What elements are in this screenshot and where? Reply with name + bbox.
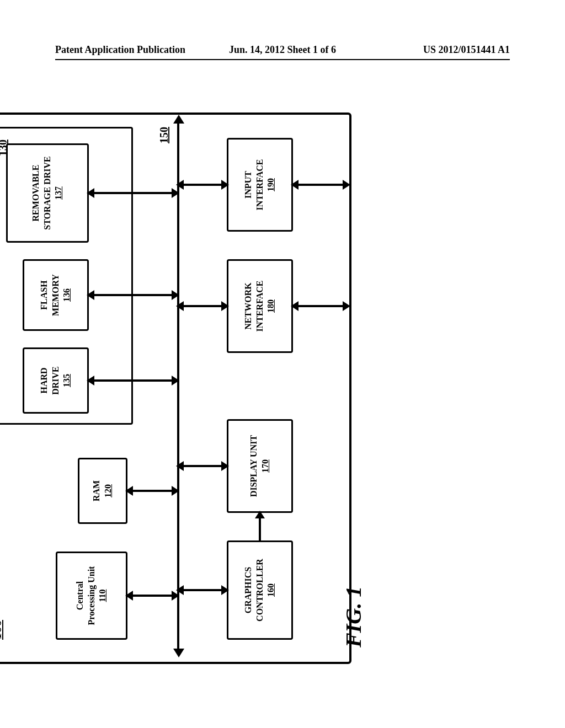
system-ref: 100: [0, 620, 4, 640]
arrow-down-icon: [221, 180, 229, 190]
hdd-label: HARDDRIVE: [39, 366, 62, 395]
arrow-down-icon: [221, 585, 229, 595]
arrow-up-icon: [291, 301, 299, 311]
arrow-down-icon: [221, 301, 229, 311]
arrow-up-icon: [176, 461, 184, 471]
flash-memory-block: FLASHMEMORY 136: [23, 259, 89, 331]
arrow-up-icon: [87, 376, 94, 386]
ram-label: RAM: [91, 480, 103, 501]
flash-ref: 136: [61, 288, 73, 302]
network-interface-block: NETWORKINTERFACE 180: [227, 259, 293, 353]
connector: [293, 184, 348, 186]
page: Patent Application Publication Jun. 14, …: [0, 0, 565, 728]
gfx-ref: 160: [265, 584, 277, 597]
disp-ref: 170: [260, 459, 271, 473]
cpu-ref: 110: [97, 589, 109, 602]
arrow-up-icon: [176, 180, 184, 190]
bus-ref: 150: [158, 127, 170, 143]
display-unit-block: DISPLAY UNIT 170: [227, 419, 293, 513]
arrow-down-icon: [343, 301, 350, 311]
removable-storage-drive-block: REMOVABLESTORAGE DRIVE 137: [6, 143, 89, 243]
arrow-up-icon: [125, 591, 133, 601]
arrow-down-icon: [172, 486, 179, 496]
figure-area: REMOVABLE STORAGE UNIT 140 100 130 Centr…: [0, 212, 511, 664]
hdd-ref: 135: [61, 374, 73, 387]
graphics-controller-block: GRAPHICSCONTROLLER 160: [227, 540, 293, 640]
connector: [89, 379, 177, 382]
disp-label: DISPLAY UNIT: [248, 435, 260, 497]
page-header: Patent Application Publication Jun. 14, …: [55, 44, 510, 60]
connector: [179, 589, 227, 591]
ram-ref: 120: [103, 484, 114, 497]
arrow-down-icon: [343, 180, 350, 190]
connector: [89, 294, 177, 296]
arrow-up-icon: [125, 486, 133, 496]
arrow-right-icon: [173, 115, 184, 124]
arrow-up-icon: [291, 180, 299, 190]
arrow-down-icon: [221, 461, 229, 471]
rsd-label: REMOVABLESTORAGE DRIVE: [30, 156, 54, 230]
figure-label: FIG. 1: [340, 586, 366, 647]
arrow-up-icon: [87, 290, 94, 300]
hard-drive-block: HARDDRIVE 135: [23, 347, 89, 414]
connector: [127, 595, 177, 597]
flash-label: FLASHMEMORY: [39, 274, 62, 316]
arrow-up-icon: [176, 301, 184, 311]
rsd-ref: 137: [53, 186, 65, 200]
net-label: NETWORKINTERFACE: [243, 280, 266, 331]
header-right: US 2012/0151441 A1: [358, 44, 510, 56]
connector: [293, 305, 348, 307]
connector: [179, 305, 227, 307]
system-box: 100 130 CentralProcessing Unit 110 RAM 1…: [0, 113, 351, 664]
connector: [179, 184, 227, 186]
arrow-down-icon: [172, 376, 179, 386]
arrow-down-icon: [172, 290, 179, 300]
net-ref: 180: [265, 299, 277, 313]
arrow-right-icon: [255, 511, 265, 518]
gfx-label: GRAPHICSCONTROLLER: [243, 559, 266, 622]
bus-line: [177, 121, 179, 651]
arrow-left-icon: [173, 649, 184, 657]
inp-ref: 190: [265, 178, 277, 191]
connector: [127, 490, 177, 492]
arrow-up-icon: [176, 585, 184, 595]
cpu-block: CentralProcessing Unit 110: [56, 552, 127, 640]
inp-label: INPUTINTERFACE: [243, 159, 266, 210]
arrow-up-icon: [87, 188, 94, 198]
connector: [89, 192, 177, 194]
ram-block: RAM 120: [78, 458, 127, 524]
header-center: Jun. 14, 2012 Sheet 1 of 6: [207, 44, 359, 56]
header-left: Patent Application Publication: [55, 44, 207, 56]
input-interface-block: INPUTINTERFACE 190: [227, 138, 293, 232]
cpu-label: CentralProcessing Unit: [74, 566, 98, 625]
connector: [179, 465, 227, 467]
